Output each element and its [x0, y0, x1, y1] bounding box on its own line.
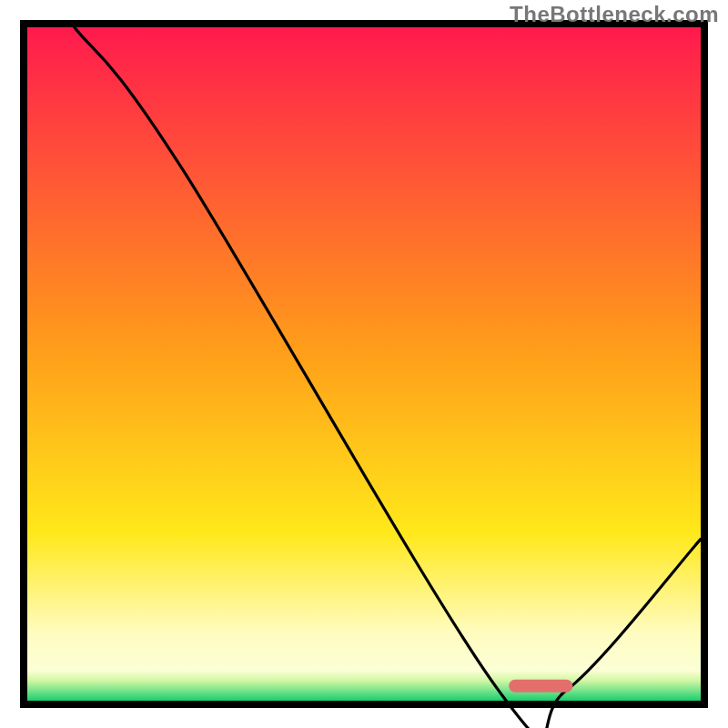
optimal-marker: [509, 680, 572, 693]
bottleneck-chart: [0, 0, 728, 728]
watermark-text: TheBottleneck.com: [510, 2, 719, 27]
plot-background: [27, 27, 701, 701]
